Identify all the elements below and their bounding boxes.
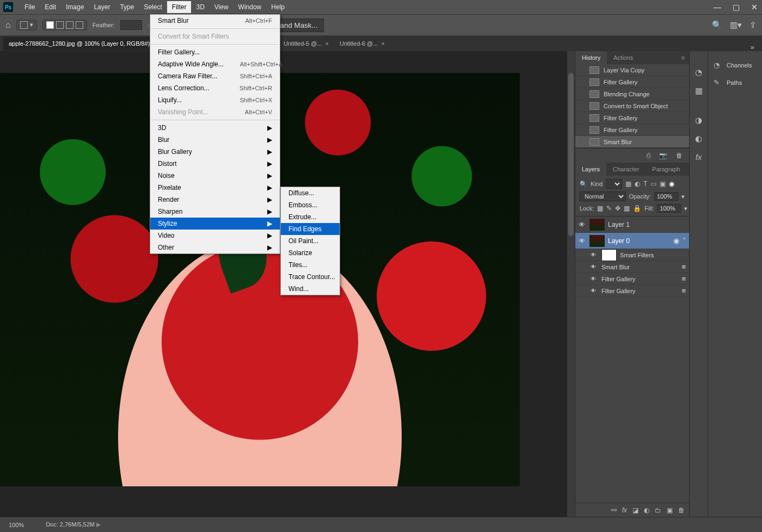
tab-layers[interactable]: Layers [575,163,606,176]
menu-image[interactable]: Image [61,1,89,13]
history-item[interactable]: Filter Gallery [575,124,689,136]
menuitem-wind-[interactable]: Wind... [281,283,340,295]
swatches-icon[interactable]: ▦ [694,86,704,96]
visibility-icon[interactable]: 👁 [591,276,598,282]
menu-window[interactable]: Window [233,1,267,13]
menuitem-trace-contour-[interactable]: Trace Contour... [281,271,340,283]
layer-row[interactable]: 👁Layer 0◉˄ [575,233,689,249]
document-tab[interactable]: apple-2788662_1280.jpg @ 100% (Layer 0, … [3,37,166,51]
visibility-icon[interactable]: 👁 [579,221,586,228]
maximize-button[interactable]: ▢ [732,3,740,11]
tab-overflow-icon[interactable]: » [743,43,762,51]
fill-input[interactable] [657,204,681,213]
menuitem-distort[interactable]: Distort▶ [150,158,280,170]
filter-settings-icon[interactable]: ≡ [681,287,686,295]
history-delete-icon[interactable]: 🗑 [676,152,683,159]
minimize-button[interactable]: — [713,3,722,11]
history-snapshot-icon[interactable]: 📷 [659,152,667,159]
color-icon[interactable]: ◔ [694,67,704,77]
filter-adjust-icon[interactable]: ◐ [635,180,640,188]
lock-artboard-icon[interactable]: ▦ [624,205,630,212]
menuitem-filter-gallery-[interactable]: Filter Gallery... [150,46,280,58]
styles-icon[interactable]: ◐ [694,134,704,144]
close-tab-icon[interactable]: × [325,40,329,47]
smart-filter-icon[interactable]: ◉ [673,237,679,245]
menuitem-camera-raw-filter-[interactable]: Camera Raw Filter...Shift+Ctrl+A [150,70,280,82]
new-layer-icon[interactable]: ▣ [667,506,673,514]
history-item[interactable]: Blending Change [575,88,689,100]
home-icon[interactable]: ⌂ [5,20,11,30]
menuitem-tiles-[interactable]: Tiles... [281,259,340,271]
layer-group-icon[interactable]: 🗀 [655,506,661,514]
tab-character[interactable]: Character [606,163,646,176]
filter-settings-icon[interactable]: ≡ [681,263,686,271]
menu-3d[interactable]: 3D [191,1,209,13]
menuitem-oil-paint-[interactable]: Oil Paint... [281,235,340,247]
smart-filters-header[interactable]: 👁Smart Filters [575,249,689,261]
close-button[interactable]: ✕ [750,3,759,11]
workspace-icon[interactable]: ▥▾ [730,20,742,30]
menu-help[interactable]: Help [266,1,290,13]
history-item[interactable]: Filter Gallery [575,112,689,124]
filter-pixel-icon[interactable]: ▦ [625,180,631,188]
document-tab[interactable]: Untitled-6 @...× [334,37,390,51]
fx-panel-icon[interactable]: fx [694,152,704,162]
tab-history[interactable]: History [575,51,607,64]
blend-mode-select[interactable]: Normal [580,191,626,201]
feather-input[interactable] [120,20,142,30]
history-item[interactable]: Layer Via Copy [575,64,689,76]
history-new-doc-icon[interactable]: ⎙ [647,152,650,159]
menuitem-diffuse-[interactable]: Diffuse... [281,187,340,199]
history-item[interactable]: Filter Gallery [575,76,689,88]
visibility-icon[interactable]: 👁 [591,288,598,294]
search-icon[interactable]: 🔍 [712,20,722,30]
menuitem-find-edges[interactable]: Find Edges [281,223,340,235]
tab-actions[interactable]: Actions [607,51,640,64]
visibility-icon[interactable]: 👁 [591,252,598,258]
visibility-icon[interactable]: 👁 [579,237,586,245]
menuitem-other[interactable]: Other▶ [150,242,280,253]
menuitem-blur[interactable]: Blur▶ [150,134,280,146]
tab-paragraph[interactable]: Paragraph [646,163,686,176]
kind-select[interactable] [606,179,622,189]
channels-panel-button[interactable]: ◔Channels [708,59,762,72]
menuitem-sharpen[interactable]: Sharpen▶ [150,206,280,218]
lock-image-icon[interactable]: ✎ [606,205,612,212]
document-tab[interactable]: Untitled-5 @...× [278,37,334,51]
menuitem-solarize[interactable]: Solarize [281,247,340,259]
filter-toggle-icon[interactable]: ◉ [669,180,674,188]
filter-smart-icon[interactable]: ▣ [660,180,666,188]
lock-transparent-icon[interactable]: ▩ [597,205,603,212]
opacity-input[interactable] [654,192,678,201]
menuitem-lens-correction-[interactable]: Lens Correction...Shift+Ctrl+R [150,82,280,94]
menu-file[interactable]: File [20,1,40,13]
filter-settings-icon[interactable]: ≡ [681,275,686,283]
menuitem-noise[interactable]: Noise▶ [150,170,280,182]
menu-edit[interactable]: Edit [40,1,61,13]
menu-view[interactable]: View [210,1,233,13]
lock-all-icon[interactable]: 🔒 [633,205,641,212]
selection-mode-group[interactable] [42,20,87,30]
menuitem-render[interactable]: Render▶ [150,194,280,206]
menu-select[interactable]: Select [139,1,167,13]
close-tab-icon[interactable]: × [381,40,384,47]
vertical-scrollbar[interactable] [567,51,575,517]
share-icon[interactable]: ⇪ [749,20,757,30]
visibility-icon[interactable]: 👁 [591,264,598,270]
history-panel-menu-icon[interactable]: ≡ [677,51,689,64]
link-layers-icon[interactable]: ⚯ [611,506,617,514]
paths-panel-button[interactable]: ✎Paths [708,76,762,89]
smart-filter-item[interactable]: 👁Smart Blur≡ [575,261,689,273]
marquee-mode-group[interactable]: ▾ [16,20,37,30]
menuitem-smart-blur[interactable]: Smart BlurAlt+Ctrl+F [150,15,280,27]
adjustment-layer-icon[interactable]: ◐ [644,506,649,514]
lock-position-icon[interactable]: ✥ [615,205,620,212]
menuitem-video[interactable]: Video▶ [150,230,280,242]
zoom-level[interactable]: 100% [9,522,24,528]
layer-fx-icon[interactable]: fx [622,506,627,514]
history-item[interactable]: Smart Blur [575,136,689,148]
menuitem-liquify-[interactable]: Liquify...Shift+Ctrl+X [150,94,280,106]
smart-filter-item[interactable]: 👁Filter Gallery≡ [575,285,689,297]
adjustments-icon[interactable]: ◑ [694,115,704,125]
filter-type-icon[interactable]: T [643,180,647,188]
